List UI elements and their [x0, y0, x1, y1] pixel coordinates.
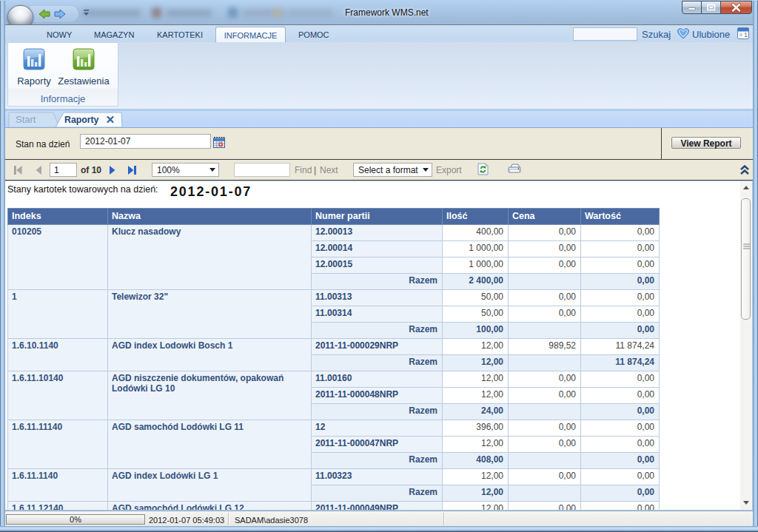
- svg-text:Raporty: Raporty: [64, 115, 99, 125]
- svg-text:Start: Start: [16, 114, 36, 125]
- svg-text:1: 1: [744, 31, 748, 38]
